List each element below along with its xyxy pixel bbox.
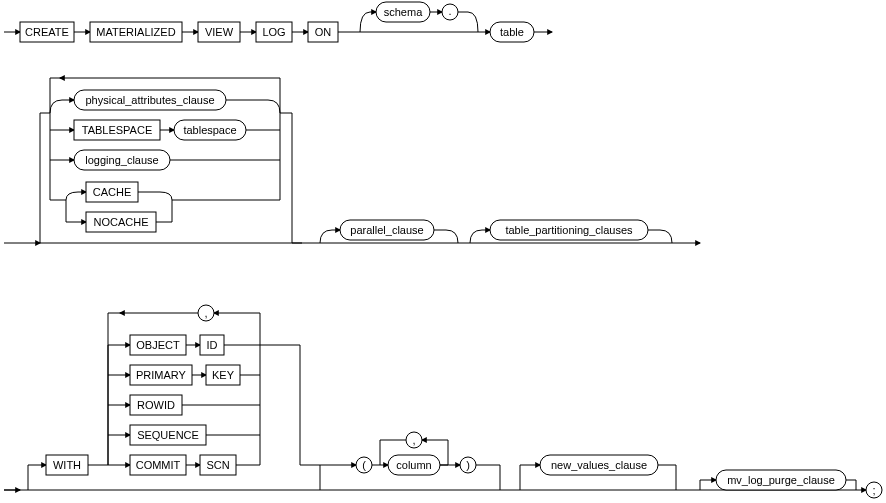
tablespace-nt-label: tablespace <box>183 124 236 136</box>
comma2-label: , <box>412 434 415 446</box>
object-label: OBJECT <box>136 339 180 351</box>
row-1: CREATE MATERIALIZED VIEW LOG ON schema .… <box>4 2 552 42</box>
primary-label: PRIMARY <box>136 369 187 381</box>
log-label: LOG <box>262 26 285 38</box>
with-label: WITH <box>53 459 81 471</box>
dot-label: . <box>448 5 451 17</box>
tablespace-kw-label: TABLESPACE <box>82 124 153 136</box>
physical-attributes-label: physical_attributes_clause <box>85 94 214 106</box>
commit-label: COMMIT <box>136 459 181 471</box>
cache-label: CACHE <box>93 186 132 198</box>
on-label: ON <box>315 26 332 38</box>
rparen-label: ) <box>466 459 470 471</box>
parallel-clause-label: parallel_clause <box>350 224 423 236</box>
rowid-label: ROWID <box>137 399 175 411</box>
create-label: CREATE <box>25 26 69 38</box>
new-values-label: new_values_clause <box>551 459 647 471</box>
table-label: table <box>500 26 524 38</box>
nocache-label: NOCACHE <box>93 216 148 228</box>
comma-label: , <box>204 307 207 319</box>
key-label: KEY <box>212 369 235 381</box>
table-partitioning-label: table_partitioning_clauses <box>505 224 633 236</box>
mv-log-purge-label: mv_log_purge_clause <box>727 474 835 486</box>
view-label: VIEW <box>205 26 234 38</box>
schema-label: schema <box>384 6 423 18</box>
sequence-label: SEQUENCE <box>137 429 199 441</box>
materialized-label: MATERIALIZED <box>96 26 175 38</box>
id-label: ID <box>207 339 218 351</box>
semicolon-label: ; <box>872 484 875 496</box>
lparen-label: ( <box>362 459 366 471</box>
row-2: physical_attributes_clause TABLESPACE ta… <box>4 78 700 243</box>
row-3: WITH , OBJECT ID PRIMARY KEY ROWID SE <box>4 305 882 498</box>
scn-label: SCN <box>206 459 229 471</box>
logging-clause-label: logging_clause <box>85 154 158 166</box>
syntax-diagram: CREATE MATERIALIZED VIEW LOG ON schema .… <box>0 0 886 503</box>
column-label: column <box>396 459 431 471</box>
